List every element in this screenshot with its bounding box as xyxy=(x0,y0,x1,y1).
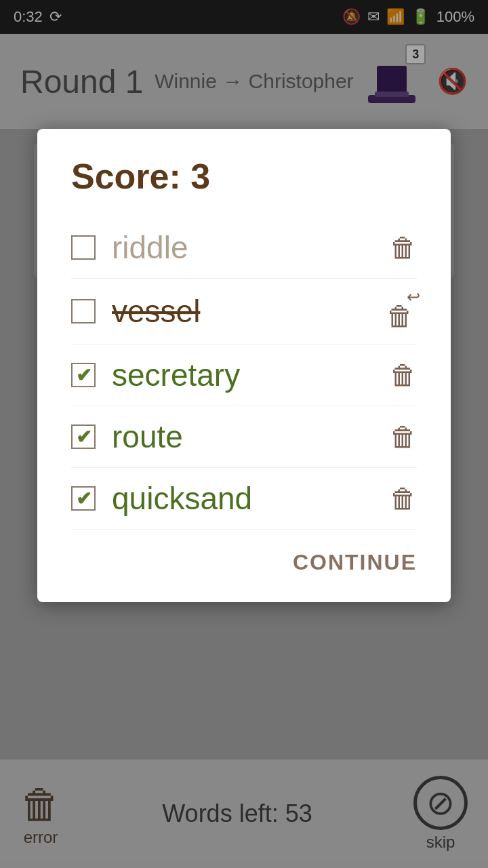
word-list: riddle 🗑 vessel ↩ 🗑 ✔ secretary 🗑 xyxy=(71,217,417,530)
checkbox-quicksand[interactable]: ✔ xyxy=(71,486,96,511)
word-item-secretary: ✔ secretary 🗑 xyxy=(71,344,417,406)
checkbox-route[interactable]: ✔ xyxy=(71,425,96,449)
word-left-vessel: vessel xyxy=(71,293,200,330)
score-dialog: Score: 3 riddle 🗑 vessel ↩ 🗑 xyxy=(37,129,451,602)
delete-secretary-button[interactable]: 🗑 xyxy=(390,360,417,391)
word-item-quicksand: ✔ quicksand 🗑 xyxy=(71,468,417,530)
checkmark-route: ✔ xyxy=(76,426,92,448)
checkmark-secretary: ✔ xyxy=(76,364,92,387)
word-item-riddle: riddle 🗑 xyxy=(71,217,417,279)
delete-riddle-button[interactable]: 🗑 xyxy=(390,233,417,263)
continue-button[interactable]: CONTINUE xyxy=(293,550,417,575)
word-text-riddle: riddle xyxy=(112,229,188,266)
word-left-route: ✔ route xyxy=(71,418,183,455)
delete-vessel-area[interactable]: ↩ 🗑 xyxy=(383,291,417,332)
word-left-quicksand: ✔ quicksand xyxy=(71,480,252,517)
word-text-route: route xyxy=(112,418,183,455)
checkbox-riddle[interactable] xyxy=(71,235,96,260)
word-text-secretary: secretary xyxy=(112,357,240,393)
word-left-secretary: ✔ secretary xyxy=(71,357,240,393)
checkmark-quicksand: ✔ xyxy=(76,488,92,510)
checkbox-vessel[interactable] xyxy=(71,299,96,323)
delete-route-button[interactable]: 🗑 xyxy=(390,422,417,452)
score-title: Score: 3 xyxy=(71,156,417,197)
continue-area: CONTINUE xyxy=(71,550,417,575)
word-item-route: ✔ route 🗑 xyxy=(71,406,417,468)
undo-icon: ↩ xyxy=(407,288,420,307)
checkbox-secretary[interactable]: ✔ xyxy=(71,363,96,387)
word-text-quicksand: quicksand xyxy=(112,480,252,517)
word-text-vessel: vessel xyxy=(112,293,200,330)
word-item-vessel: vessel ↩ 🗑 xyxy=(71,279,417,344)
word-left-riddle: riddle xyxy=(71,229,188,266)
delete-quicksand-button[interactable]: 🗑 xyxy=(390,484,417,514)
